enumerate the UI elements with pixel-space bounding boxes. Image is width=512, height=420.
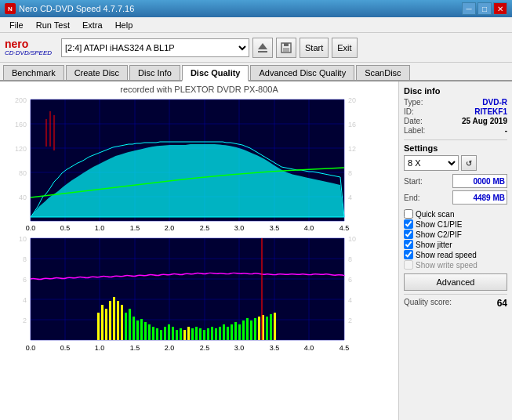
show-c1pie-label: Show C1/PIE: [416, 220, 462, 229]
svg-text:8: 8: [348, 255, 352, 263]
menu-file[interactable]: File: [3, 19, 30, 31]
svg-rect-85: [187, 327, 190, 340]
show-jitter-row: Show jitter: [404, 240, 507, 249]
svg-rect-82: [176, 330, 178, 340]
svg-text:2.0: 2.0: [165, 224, 175, 232]
show-jitter-checkbox[interactable]: [404, 240, 413, 249]
quick-scan-label: Quick scan: [416, 210, 454, 219]
speed-selector[interactable]: 8 X 4 X 6 X 12 X 16 X: [404, 155, 459, 171]
svg-rect-102: [254, 318, 256, 340]
svg-rect-96: [231, 324, 233, 340]
type-value: DVD-R: [482, 98, 507, 107]
svg-text:2.5: 2.5: [200, 224, 210, 232]
refresh-button[interactable]: ↺: [461, 155, 477, 171]
menu-extra[interactable]: Extra: [76, 19, 109, 31]
menu-run-test[interactable]: Run Test: [30, 19, 76, 31]
title-text: Nero CD-DVD Speed 4.7.7.16: [19, 4, 134, 13]
svg-text:40: 40: [19, 194, 27, 201]
eject-button[interactable]: [252, 38, 273, 58]
end-input[interactable]: [452, 190, 507, 205]
svg-rect-74: [144, 322, 147, 340]
title-bar: N Nero CD-DVD Speed 4.7.7.16 ─ □ ✕: [0, 0, 512, 17]
chart-title: recorded with PLEXTOR DVDR PX-800A: [3, 85, 395, 94]
svg-rect-69: [125, 313, 127, 340]
settings-section: Settings 8 X 4 X 6 X 12 X 16 X ↺ Start: …: [404, 143, 507, 205]
show-c1pie-checkbox[interactable]: [404, 219, 413, 229]
tab-advanced-disc-quality[interactable]: Advanced Disc Quality: [250, 65, 354, 80]
svg-text:16: 16: [348, 121, 356, 129]
speed-row: 8 X 4 X 6 X 12 X 16 X ↺: [404, 155, 507, 171]
show-c2pif-checkbox[interactable]: [404, 230, 413, 239]
show-jitter-label: Show jitter: [416, 241, 452, 249]
exit-button[interactable]: Exit: [332, 38, 357, 58]
svg-text:80: 80: [19, 169, 27, 177]
maximize-button[interactable]: □: [478, 2, 492, 15]
svg-text:3.0: 3.0: [234, 224, 245, 232]
drive-selector[interactable]: [2:4] ATAPI iHAS324 A BL1P: [61, 38, 249, 57]
svg-rect-72: [136, 320, 139, 340]
top-chart-svg: 200 160 120 80 40 20 16 12 8 4 0.0 0.5 1…: [3, 96, 370, 233]
svg-text:3.5: 3.5: [270, 224, 280, 232]
quality-score-label: Quality score:: [404, 298, 452, 309]
svg-rect-89: [203, 330, 205, 340]
svg-text:0.0: 0.0: [26, 224, 36, 232]
tab-bar: Benchmark Create Disc Disc Info Disc Qua…: [0, 63, 512, 81]
main-content: recorded with PLEXTOR DVDR PX-800A: [0, 81, 512, 420]
quality-score-row: Quality score: 64: [404, 298, 507, 309]
show-read-speed-row: Show read speed: [404, 250, 507, 259]
show-read-speed-checkbox[interactable]: [404, 250, 413, 259]
settings-title: Settings: [404, 143, 507, 153]
svg-text:160: 160: [15, 121, 27, 129]
svg-rect-1: [258, 51, 267, 52]
svg-rect-107: [274, 313, 276, 340]
svg-text:200: 200: [15, 96, 27, 104]
show-write-speed-checkbox[interactable]: [404, 260, 413, 270]
svg-rect-66: [113, 297, 115, 340]
tab-disc-quality[interactable]: Disc Quality: [182, 65, 249, 81]
svg-rect-83: [180, 328, 182, 340]
svg-rect-101: [250, 320, 252, 340]
save-button[interactable]: [276, 38, 296, 58]
date-label: Date:: [404, 117, 423, 125]
side-panel: Disc info Type: DVD-R ID: RITEKF1 Date: …: [398, 81, 512, 420]
svg-rect-97: [234, 322, 237, 340]
svg-rect-81: [172, 327, 174, 340]
advanced-button[interactable]: Advanced: [404, 273, 507, 291]
svg-text:1.5: 1.5: [130, 224, 140, 232]
svg-text:10: 10: [348, 235, 356, 243]
svg-rect-62: [97, 313, 100, 340]
bottom-chart: 10 8 6 4 2 10 8 6 4 2 0.0 0.5 1.0 1.5 2.…: [3, 234, 395, 356]
close-button[interactable]: ✕: [493, 2, 507, 15]
quick-scan-checkbox[interactable]: [404, 209, 413, 219]
svg-rect-64: [105, 309, 107, 340]
svg-rect-70: [129, 309, 131, 340]
tab-benchmark[interactable]: Benchmark: [3, 65, 64, 80]
show-c2pif-row: Show C2/PIF: [404, 230, 507, 239]
disc-label-label: Label:: [404, 126, 425, 135]
start-input[interactable]: [452, 174, 507, 188]
svg-text:4.0: 4.0: [304, 224, 314, 232]
show-write-speed-row: Show write speed: [404, 260, 507, 270]
svg-rect-3: [284, 43, 289, 46]
svg-text:1.0: 1.0: [95, 344, 105, 352]
svg-rect-45: [31, 238, 344, 340]
app-icon: N: [5, 3, 16, 14]
svg-rect-91: [211, 327, 213, 340]
svg-rect-71: [133, 317, 135, 340]
tab-create-disc[interactable]: Create Disc: [66, 65, 128, 80]
show-write-speed-label: Show write speed: [416, 261, 478, 270]
svg-rect-86: [191, 328, 194, 340]
tab-scandisc[interactable]: ScanDisc: [356, 65, 409, 80]
svg-rect-106: [270, 314, 272, 340]
menu-help[interactable]: Help: [109, 19, 140, 31]
svg-rect-99: [242, 320, 245, 340]
svg-rect-90: [207, 328, 209, 340]
tab-disc-info[interactable]: Disc Info: [129, 65, 180, 80]
show-c2pif-label: Show C2/PIF: [416, 230, 462, 239]
minimize-button[interactable]: ─: [462, 2, 476, 15]
svg-rect-92: [215, 328, 217, 340]
separator2: [404, 294, 507, 295]
top-chart: 200 160 120 80 40 20 16 12 8 4 0.0 0.5 1…: [3, 96, 395, 233]
svg-text:8: 8: [348, 169, 352, 177]
start-button[interactable]: Start: [300, 38, 329, 58]
